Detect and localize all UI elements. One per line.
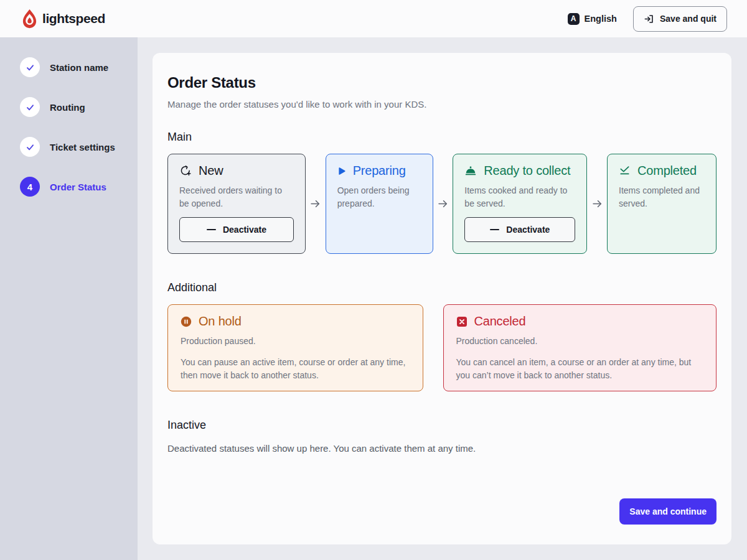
status-title: Preparing [353, 164, 406, 178]
brand-name: lightspeed [42, 11, 105, 26]
wizard-sidebar: Station name Routing Ticket settings 4 O… [0, 37, 138, 560]
minus-icon [207, 229, 216, 230]
page-title: Order Status [167, 74, 716, 91]
page-subtitle: Manage the order statuses you'd like to … [167, 99, 716, 110]
status-card-preparing: Preparing Open orders being prepared. [326, 154, 433, 254]
content-area: Order Status Manage the order statuses y… [138, 37, 747, 560]
language-selector[interactable]: A English [568, 13, 617, 25]
inactive-description: Deactivated statuses will show up here. … [167, 443, 716, 454]
lightspeed-flame-icon [21, 9, 38, 29]
flow-arrow [306, 154, 326, 254]
flow-arrow [587, 154, 607, 254]
step-label: Routing [50, 102, 85, 113]
status-description: Received orders waiting to be opened. [179, 184, 294, 210]
section-heading-main: Main [167, 131, 716, 144]
save-and-quit-label: Save and quit [660, 14, 716, 24]
top-bar: lightspeed A English Save and quit [0, 0, 747, 37]
status-title: Canceled [474, 314, 526, 329]
status-title: Completed [637, 164, 697, 178]
play-icon [337, 167, 346, 175]
step-completed-icon [20, 137, 40, 157]
cloche-icon [464, 165, 477, 177]
pause-icon [181, 316, 192, 327]
arrow-right-icon [592, 198, 603, 209]
step-completed-icon [20, 57, 40, 77]
status-description: Production canceled. [456, 335, 703, 348]
step-label: Ticket settings [50, 142, 115, 152]
main-status-row: New Received orders waiting to be opened… [167, 154, 716, 254]
additional-status-row: On hold Production paused. You can pause… [167, 304, 716, 391]
status-card-canceled: Canceled Production canceled. You can ca… [443, 304, 716, 391]
step-completed-icon [20, 97, 40, 117]
brand-logo: lightspeed [21, 9, 105, 29]
header-actions: A English Save and quit [568, 6, 727, 32]
status-title: On hold [199, 314, 242, 329]
step-label: Order Status [50, 182, 106, 192]
section-heading-inactive: Inactive [167, 419, 716, 432]
save-and-continue-button[interactable]: Save and continue [619, 498, 716, 525]
status-note: You can pause an active item, course or … [181, 356, 410, 382]
sidebar-step-routing[interactable]: Routing [0, 97, 138, 117]
minus-icon [490, 229, 499, 230]
step-number-badge: 4 [20, 177, 40, 197]
deactivate-new-button[interactable]: Deactivate [179, 217, 294, 242]
sidebar-step-ticket-settings[interactable]: Ticket settings [0, 137, 138, 157]
status-description: Items completed and served. [619, 184, 705, 210]
status-title: New [199, 164, 223, 178]
status-card-new: New Received orders waiting to be opened… [167, 154, 306, 254]
language-label: English [585, 14, 617, 24]
status-card-ready-to-collect: Ready to collect Items cooked and ready … [453, 154, 587, 254]
sidebar-step-station-name[interactable]: Station name [0, 57, 138, 77]
status-description: Production paused. [181, 335, 410, 348]
save-and-quit-button[interactable]: Save and quit [633, 6, 727, 32]
status-title: Ready to collect [484, 164, 570, 178]
status-card-on-hold: On hold Production paused. You can pause… [167, 304, 423, 391]
status-note: You can cancel an item, a course or an o… [456, 356, 703, 382]
flow-arrow [433, 154, 453, 254]
deactivate-ready-button[interactable]: Deactivate [464, 217, 575, 242]
exit-icon [644, 14, 654, 24]
deactivate-label: Deactivate [223, 225, 266, 235]
language-icon: A [568, 13, 580, 25]
arrow-right-icon [310, 198, 321, 209]
sidebar-step-order-status[interactable]: 4 Order Status [0, 177, 138, 197]
deactivate-label: Deactivate [506, 225, 550, 235]
check-underline-icon [619, 165, 631, 177]
order-status-panel: Order Status Manage the order statuses y… [153, 53, 731, 544]
arrow-right-icon [438, 198, 448, 209]
app-window: lightspeed A English Save and quit [0, 0, 747, 560]
status-description: Open orders being prepared. [337, 184, 421, 210]
cancel-icon [456, 316, 467, 327]
section-heading-additional: Additional [167, 281, 716, 294]
new-order-icon [179, 165, 192, 177]
status-description: Items cooked and ready to be served. [464, 184, 575, 210]
step-label: Station name [50, 62, 108, 73]
status-card-completed: Completed Items completed and served. [607, 154, 716, 254]
